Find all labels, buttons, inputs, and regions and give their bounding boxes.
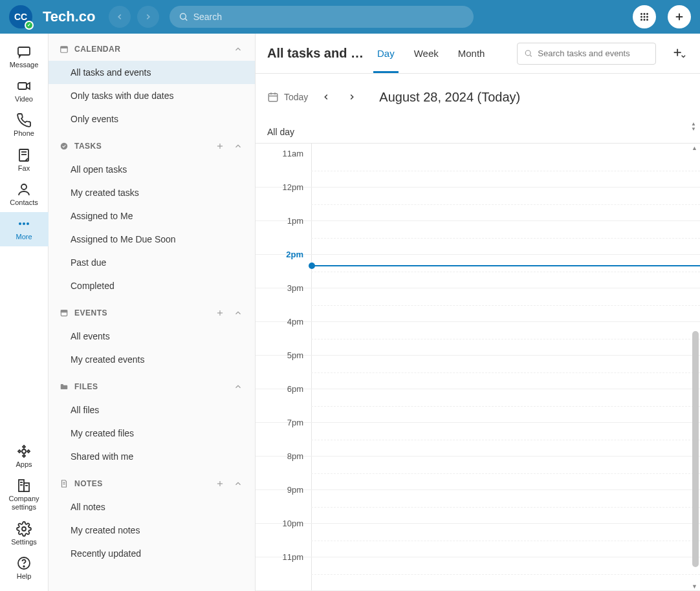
section-header-files[interactable]: FILES (49, 371, 255, 398)
rail-item-help[interactable]: Help (0, 552, 49, 586)
svg-point-4 (646, 13, 648, 15)
collapse-files-button[interactable] (232, 380, 245, 393)
check-circle-icon (59, 141, 69, 151)
hour-row[interactable]: 3pm (256, 288, 700, 322)
sidebar-item-shared-with-me[interactable]: Shared with me (49, 445, 255, 468)
date-navigator: Today August 28, 2024 (Today) (256, 74, 700, 120)
rail-item-apps[interactable]: Apps (0, 440, 49, 474)
hour-row[interactable]: 5pm (256, 356, 700, 389)
svg-point-7 (646, 16, 648, 18)
collapse-calendar-button[interactable] (232, 43, 245, 56)
tab-month[interactable]: Month (458, 34, 485, 73)
hour-label: 5pm (256, 350, 307, 360)
plus-icon (215, 142, 224, 151)
sidebar-item-my-created-tasks[interactable]: My created tasks (49, 181, 255, 204)
rail-item-label: Settings (11, 538, 37, 546)
hour-label: 12pm (256, 182, 307, 192)
avatar[interactable]: CC (9, 5, 32, 28)
topbar: CC Tech.co (0, 0, 700, 34)
sidebar-item-recently-updated[interactable]: Recently updated (49, 542, 255, 565)
collapse-events-button[interactable] (232, 306, 245, 319)
hour-row[interactable]: 12pm (256, 188, 700, 221)
rail-item-company-settings[interactable]: Company settings (0, 474, 49, 517)
section-title: NOTES (74, 479, 208, 488)
caret-down-icon[interactable]: ▼ (691, 127, 696, 132)
rail-item-phone[interactable]: Phone (0, 109, 49, 143)
main-content: All tasks and … DayWeekMonth Today (256, 34, 700, 591)
hour-row[interactable]: 7pm (256, 423, 700, 457)
svg-point-29 (22, 527, 26, 531)
sidebar-item-my-created-events[interactable]: My created events (49, 348, 255, 371)
section-title: CALENDAR (74, 45, 226, 54)
tab-day[interactable]: Day (377, 34, 395, 73)
tab-week[interactable]: Week (414, 34, 439, 73)
plus-icon (215, 479, 224, 488)
sidebar-item-assigned-due-soon[interactable]: Assigned to Me Due Soon (49, 228, 255, 251)
hour-row[interactable]: 4pm (256, 322, 700, 356)
section-header-events[interactable]: EVENTS (49, 297, 255, 325)
sidebar-item-past-due[interactable]: Past due (49, 251, 255, 274)
hour-row[interactable]: 8pm (256, 457, 700, 490)
add-events-button[interactable] (213, 306, 226, 319)
sidebar-item-assigned-to-me[interactable]: Assigned to Me (49, 204, 255, 228)
chevron-up-icon (234, 45, 243, 54)
apps-icon (16, 444, 32, 459)
section-header-tasks[interactable]: TASKS (49, 131, 255, 158)
sidebar-item-my-created-files[interactable]: My created files (49, 422, 255, 445)
sidebar-item-all-events[interactable]: All events (49, 325, 255, 348)
sidebar-item-all-open-tasks[interactable]: All open tasks (49, 158, 255, 181)
global-search[interactable] (170, 6, 474, 28)
hour-row[interactable]: 6pm (256, 389, 700, 423)
chevron-up-icon (234, 308, 243, 317)
rail-item-video[interactable]: Video (0, 74, 49, 109)
next-day-button[interactable] (344, 89, 360, 105)
rail-item-settings[interactable]: Settings (0, 517, 49, 552)
rail-item-more[interactable]: More (0, 212, 49, 246)
rail-item-label: Fax (18, 164, 30, 173)
sidebar-item-all-tasks-events[interactable]: All tasks and events (49, 61, 255, 84)
section-header-calendar[interactable]: CALENDAR (49, 34, 255, 61)
create-new-button[interactable] (669, 44, 688, 63)
sidebar-item-my-created-notes[interactable]: My created notes (49, 519, 255, 542)
collapse-tasks-button[interactable] (232, 140, 245, 153)
hour-row[interactable]: 9pm (256, 490, 700, 524)
nav-forward-button[interactable] (137, 6, 159, 28)
sidebar-item-all-notes[interactable]: All notes (49, 495, 255, 519)
rail-item-label: Video (15, 95, 33, 103)
svg-point-19 (21, 184, 27, 189)
dialpad-button[interactable] (633, 5, 656, 28)
task-event-search[interactable] (517, 43, 656, 65)
section-header-notes[interactable]: NOTES (49, 468, 255, 495)
svg-point-31 (23, 566, 25, 567)
allday-expand-controls[interactable]: ▲ ▼ (691, 122, 696, 132)
nav-back-button[interactable] (109, 6, 131, 28)
rail-item-fax[interactable]: Fax (0, 144, 49, 178)
hour-row[interactable]: 11am (256, 154, 700, 188)
section-title: FILES (74, 382, 226, 391)
rail-item-message[interactable]: Message (0, 40, 49, 74)
view-tabs: DayWeekMonth (377, 34, 485, 73)
sidebar-item-only-tasks-due[interactable]: Only tasks with due dates (49, 84, 255, 107)
calendar-grid[interactable]: ▲ 11am12pm1pm2pm3pm4pm5pm6pm7pm8pm9pm10p… (256, 144, 700, 591)
task-event-search-input[interactable] (538, 48, 649, 58)
sidebar-item-completed[interactable]: Completed (49, 274, 255, 297)
hour-row[interactable]: 11pm (256, 557, 700, 591)
hour-label: 4pm (256, 317, 307, 327)
hour-row[interactable]: 2pm (256, 255, 700, 288)
today-button[interactable]: Today (267, 91, 308, 103)
scrollbar-thumb[interactable] (692, 331, 699, 567)
add-notes-button[interactable] (213, 477, 226, 490)
rail-item-label: Company settings (8, 495, 39, 511)
collapse-notes-button[interactable] (232, 477, 245, 490)
sidebar-item-only-events[interactable]: Only events (49, 107, 255, 131)
more-icon (16, 216, 32, 231)
rail-item-label: More (16, 233, 32, 241)
add-tasks-button[interactable] (213, 140, 226, 153)
rail-item-contacts[interactable]: Contacts (0, 178, 49, 212)
new-action-button[interactable] (668, 5, 691, 28)
sidebar-item-all-files[interactable]: All files (49, 398, 255, 422)
prev-day-button[interactable] (318, 89, 334, 105)
hour-row[interactable]: 1pm (256, 221, 700, 255)
global-search-input[interactable] (193, 12, 465, 22)
hour-row[interactable]: 10pm (256, 524, 700, 557)
